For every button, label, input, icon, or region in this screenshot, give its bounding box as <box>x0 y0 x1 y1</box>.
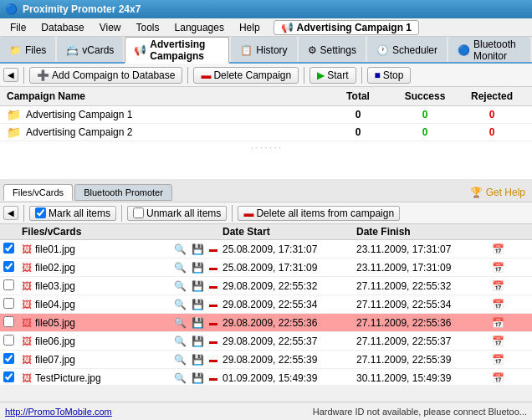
search-icon[interactable]: 🔍 <box>172 299 188 310</box>
toolbar-sep-3 <box>304 67 304 84</box>
menu-tools[interactable]: Tools <box>130 20 166 35</box>
tab-history[interactable]: 📋 History <box>231 37 296 62</box>
tab-vcards[interactable]: 📇 vCards <box>57 37 123 62</box>
search-icon[interactable]: 🔍 <box>172 317 188 329</box>
add-campaign-button[interactable]: ➕ Add Compaign to Database <box>29 67 182 84</box>
files-sep-3 <box>232 205 233 222</box>
menu-view[interactable]: View <box>93 20 128 35</box>
dash-icon[interactable]: ▬ <box>207 300 219 309</box>
file-name-6: 🖼 file07.jpg <box>22 354 172 366</box>
file-checkbox-0[interactable] <box>3 243 22 256</box>
calendar-icon-5[interactable]: 📅 <box>490 335 515 347</box>
save-icon[interactable]: 💾 <box>190 262 206 274</box>
calendar-icon-7[interactable]: 📅 <box>490 372 515 384</box>
dash-icon[interactable]: ▬ <box>207 318 219 327</box>
campaign-row[interactable]: 📁 Advertising Campaign 2 0 0 0 <box>0 124 532 141</box>
file-row[interactable]: 🖼 file05.jpg 🔍 💾 ▬ 29.08.2009, 22:55:36 … <box>0 314 532 332</box>
file-actions-7: 🔍 💾 ▬ <box>172 372 223 384</box>
calendar-icon-0[interactable]: 📅 <box>490 243 515 255</box>
file-actions-3: 🔍 💾 ▬ <box>172 299 223 310</box>
delete-all-button[interactable]: ▬ Delete all items from campaign <box>238 206 400 221</box>
save-icon[interactable]: 💾 <box>190 280 206 292</box>
search-icon[interactable]: 🔍 <box>172 280 188 292</box>
delete-all-icon: ▬ <box>243 207 253 219</box>
file-checkbox-4[interactable] <box>3 316 22 330</box>
menu-database[interactable]: Database <box>34 20 90 35</box>
file-checkbox-3[interactable] <box>3 298 22 311</box>
files-toolbar: ◀ Mark all items Unmark all items ▬ Dele… <box>0 202 532 224</box>
save-icon[interactable]: 💾 <box>190 299 206 310</box>
files-sep-2 <box>121 205 122 222</box>
dash-icon[interactable]: ▬ <box>207 336 219 346</box>
date-start-3: 29.08.2009, 22:55:34 <box>223 299 356 310</box>
file-checkbox-7[interactable] <box>3 371 22 385</box>
file-row[interactable]: 🖼 file07.jpg 🔍 💾 ▬ 29.08.2009, 22:55:39 … <box>0 351 532 369</box>
unmark-all-checkbox[interactable] <box>133 207 144 218</box>
search-icon[interactable]: 🔍 <box>172 335 188 347</box>
file-row[interactable]: 🖼 file06.jpg 🔍 💾 ▬ 29.08.2009, 22:55:37 … <box>0 332 532 351</box>
tab-scheduler[interactable]: 🕐 Scheduler <box>367 37 447 62</box>
save-icon[interactable]: 💾 <box>190 317 206 329</box>
nav-back-btn[interactable]: ◀ <box>3 68 18 82</box>
save-icon[interactable]: 💾 <box>190 335 206 347</box>
sub-tab-bluetooth-promoter[interactable]: Bluetooth Promoter <box>74 184 172 201</box>
file-row[interactable]: 🖼 file03.jpg 🔍 💾 ▬ 29.08.2009, 22:55:32 … <box>0 277 532 295</box>
file-actions-1: 🔍 💾 ▬ <box>172 262 223 274</box>
campaign-folder-icon-2: 📁 <box>7 125 21 139</box>
tab-bluetooth-monitor[interactable]: 🔵 Bluetooth Monitor <box>448 37 530 62</box>
dash-icon[interactable]: ▬ <box>207 355 219 364</box>
mark-all-button[interactable]: Mark all items <box>29 206 116 221</box>
active-tab-icon: 📢 <box>281 22 294 33</box>
file-checkbox-6[interactable] <box>3 353 22 366</box>
calendar-icon-4[interactable]: 📅 <box>490 317 515 329</box>
vcards-tab-icon: 📇 <box>66 44 79 56</box>
tab-settings[interactable]: ⚙ Settings <box>299 37 366 62</box>
delete-campaign-button[interactable]: ▬ Delete Campaign <box>193 67 299 84</box>
calendar-icon-6[interactable]: 📅 <box>490 354 515 366</box>
file-type-icon: 🖼 <box>22 299 32 310</box>
file-checkbox-5[interactable] <box>3 335 22 348</box>
files-nav-btn[interactable]: ◀ <box>3 206 18 220</box>
search-icon[interactable]: 🔍 <box>172 354 188 366</box>
dash-icon[interactable]: ▬ <box>207 373 219 382</box>
sub-tabs: Files/vCards Bluetooth Promoter 🏆 Get He… <box>0 179 532 202</box>
calendar-icon-2[interactable]: 📅 <box>490 280 515 292</box>
tab-advertising-campaigns[interactable]: 📢 Advertising Campaigns <box>125 37 229 64</box>
search-icon[interactable]: 🔍 <box>172 372 188 384</box>
menu-help[interactable]: Help <box>233 20 267 35</box>
dash-icon[interactable]: ▬ <box>207 244 219 254</box>
mark-all-checkbox[interactable] <box>35 207 46 218</box>
file-name-0: 🖼 file01.jpg <box>22 243 172 255</box>
start-button[interactable]: ▶ Start <box>309 67 356 84</box>
menu-file[interactable]: File <box>3 20 33 35</box>
file-checkbox-2[interactable] <box>3 279 22 293</box>
file-row[interactable]: 🖼 file02.jpg 🔍 💾 ▬ 25.08.2009, 17:31:09 … <box>0 259 532 277</box>
files-tab-label: Files <box>25 44 46 56</box>
dash-icon[interactable]: ▬ <box>207 263 219 272</box>
calendar-icon-3[interactable]: 📅 <box>490 299 515 310</box>
menu-languages[interactable]: Languages <box>168 20 231 35</box>
search-icon[interactable]: 🔍 <box>172 262 188 274</box>
promo-link[interactable]: http://PromoToMobile.com <box>5 407 112 417</box>
save-icon[interactable]: 💾 <box>190 243 206 255</box>
save-icon[interactable]: 💾 <box>190 354 206 366</box>
date-start-1: 25.08.2009, 17:31:09 <box>223 262 356 274</box>
file-row[interactable]: 🖼 file04.jpg 🔍 💾 ▬ 29.08.2009, 22:55:34 … <box>0 295 532 314</box>
file-type-icon: 🖼 <box>22 372 32 384</box>
file-row[interactable]: 🖼 TestPicture.jpg 🔍 💾 ▬ 01.09.2009, 15:4… <box>0 369 532 385</box>
get-help-button[interactable]: 🏆 Get Help <box>470 187 525 198</box>
stop-button[interactable]: ■ Stop <box>367 67 412 84</box>
file-checkbox-1[interactable] <box>3 261 22 274</box>
sub-tab-files-vcards[interactable]: Files/vCards <box>3 184 73 201</box>
tab-files[interactable]: 📁 Files <box>0 37 55 62</box>
dash-icon[interactable]: ▬ <box>207 281 219 290</box>
unmark-all-button[interactable]: Unmark all items <box>127 206 227 221</box>
search-icon[interactable]: 🔍 <box>172 243 188 255</box>
calendar-icon-1[interactable]: 📅 <box>490 262 515 274</box>
campaign-row[interactable]: 📁 Advertising Campaign 1 0 0 0 <box>0 106 532 124</box>
date-finish-4: 27.11.2009, 22:55:36 <box>356 317 490 329</box>
save-icon[interactable]: 💾 <box>190 372 206 384</box>
file-row[interactable]: 🖼 file01.jpg 🔍 💾 ▬ 25.08.2009, 17:31:07 … <box>0 240 532 259</box>
date-start-2: 29.08.2009, 22:55:32 <box>223 280 356 292</box>
col-date-start: Date Start <box>223 226 356 238</box>
